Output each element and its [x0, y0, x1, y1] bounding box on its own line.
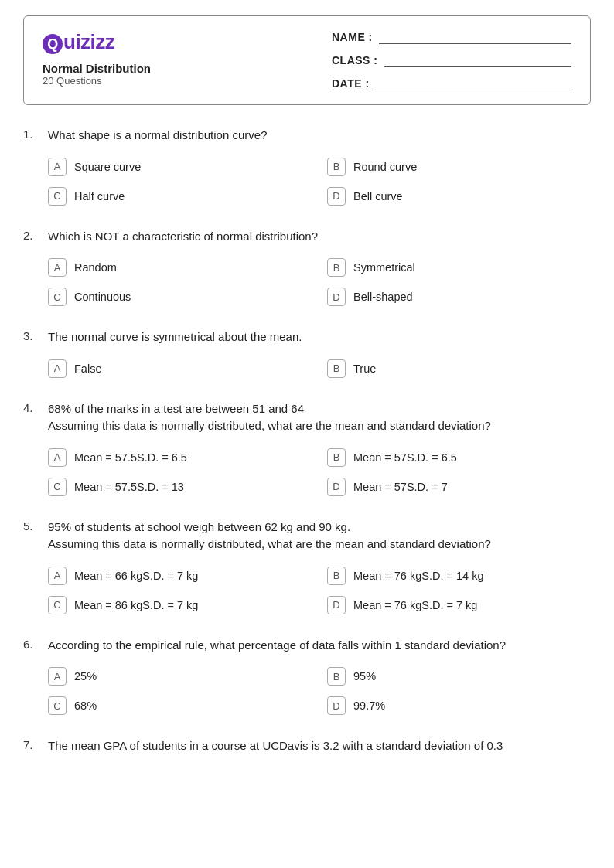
name-field-row: NAME : [332, 30, 571, 44]
question-num-5: 5. [23, 519, 40, 533]
option-letter-6-D: D [327, 696, 346, 715]
option-letter-3-A: A [48, 359, 67, 378]
form-fields: NAME : CLASS : DATE : [332, 30, 571, 90]
question-block-4: 4.68% of the marks in a test are between… [23, 400, 591, 499]
option-text-5-B: Mean = 76 kgS.D. = 14 kg [353, 570, 483, 582]
option-text-1-B: Round curve [353, 161, 417, 173]
option-text-2-A: Random [74, 261, 117, 274]
question-row-4: 4.68% of the marks in a test are between… [23, 400, 591, 435]
option-letter-4-B: B [327, 448, 346, 467]
class-line [384, 53, 572, 67]
option-5-B[interactable]: BMean = 76 kgS.D. = 14 kg [327, 564, 591, 587]
option-text-2-D: Bell-shaped [353, 291, 413, 303]
option-5-D[interactable]: DMean = 76 kgS.D. = 7 kg [327, 594, 591, 617]
option-letter-6-B: B [327, 667, 346, 686]
options-grid-5: AMean = 66 kgS.D. = 7 kgBMean = 76 kgS.D… [48, 564, 591, 617]
option-text-1-C: Half curve [74, 190, 125, 203]
option-text-6-B: 95% [353, 670, 376, 682]
question-num-6: 6. [23, 637, 40, 651]
option-3-B[interactable]: BTrue [327, 357, 591, 380]
option-letter-5-B: B [327, 567, 346, 585]
question-num-2: 2. [23, 228, 40, 242]
question-row-6: 6.According to the empirical rule, what … [23, 637, 591, 655]
question-num-7: 7. [23, 737, 40, 751]
question-text-3: The normal curve is symmetrical about th… [48, 328, 302, 346]
question-row-5: 5.95% of students at school weigh betwee… [23, 519, 591, 553]
option-6-D[interactable]: D99.7% [327, 694, 591, 717]
option-letter-6-A: A [48, 667, 67, 686]
option-1-B[interactable]: BRound curve [327, 155, 591, 179]
option-letter-1-D: D [327, 187, 346, 206]
quiz-questions: 20 Questions [43, 75, 151, 87]
option-letter-2-A: A [48, 258, 67, 277]
date-field-row: DATE : [332, 77, 571, 90]
option-3-A[interactable]: AFalse [48, 357, 312, 380]
option-letter-1-C: C [48, 187, 67, 206]
date-label: DATE : [332, 77, 370, 90]
option-text-5-A: Mean = 66 kgS.D. = 7 kg [74, 570, 198, 582]
question-block-6: 6.According to the empirical rule, what … [23, 637, 591, 718]
option-2-B[interactable]: BSymmetrical [327, 256, 591, 279]
question-block-1: 1.What shape is a normal distribution cu… [23, 127, 591, 208]
option-text-3-B: True [353, 363, 376, 375]
option-4-A[interactable]: AMean = 57.5S.D. = 6.5 [48, 446, 312, 469]
option-letter-6-C: C [48, 696, 67, 715]
option-letter-3-B: B [327, 359, 346, 378]
question-row-3: 3.The normal curve is symmetrical about … [23, 328, 591, 346]
question-text-2: Which is NOT a characteristic of normal … [48, 228, 318, 246]
options-grid-1: ASquare curveBRound curveCHalf curveDBel… [48, 155, 591, 208]
question-text-1: What shape is a normal distribution curv… [48, 127, 267, 145]
question-block-7: 7.The mean GPA of students in a course a… [23, 737, 591, 755]
option-letter-1-A: A [48, 158, 67, 176]
option-5-A[interactable]: AMean = 66 kgS.D. = 7 kg [48, 564, 312, 587]
question-block-3: 3.The normal curve is symmetrical about … [23, 328, 591, 380]
option-text-6-D: 99.7% [353, 700, 385, 712]
option-text-6-A: 25% [74, 670, 97, 682]
option-text-4-B: Mean = 57S.D. = 6.5 [353, 451, 457, 464]
question-num-1: 1. [23, 127, 40, 141]
date-line [377, 77, 571, 90]
option-6-B[interactable]: B95% [327, 665, 591, 688]
options-grid-6: A25%B95%C68%D99.7% [48, 665, 591, 717]
quizizz-logo: Quizizz [43, 30, 151, 54]
option-text-4-C: Mean = 57.5S.D. = 13 [74, 481, 184, 493]
question-row-1: 1.What shape is a normal distribution cu… [23, 127, 591, 145]
option-6-C[interactable]: C68% [48, 694, 312, 717]
question-text-4: 68% of the marks in a test are between 5… [48, 400, 491, 435]
option-1-A[interactable]: ASquare curve [48, 155, 312, 179]
option-1-D[interactable]: DBell curve [327, 185, 591, 208]
question-row-2: 2.Which is NOT a characteristic of norma… [23, 228, 591, 246]
logo-q-icon: Q [43, 34, 63, 54]
option-4-C[interactable]: CMean = 57.5S.D. = 13 [48, 475, 312, 499]
logo-section: Quizizz Normal Distribution 20 Questions [43, 30, 151, 87]
option-text-4-A: Mean = 57.5S.D. = 6.5 [74, 451, 187, 464]
option-1-C[interactable]: CHalf curve [48, 185, 312, 208]
option-text-5-D: Mean = 76 kgS.D. = 7 kg [353, 599, 477, 611]
option-6-A[interactable]: A25% [48, 665, 312, 688]
option-2-D[interactable]: DBell-shaped [327, 285, 591, 308]
option-text-6-C: 68% [74, 700, 97, 712]
class-label: CLASS : [332, 54, 378, 66]
question-text-5: 95% of students at school weigh between … [48, 519, 491, 553]
question-text-6: According to the empirical rule, what pe… [48, 637, 506, 655]
option-letter-2-D: D [327, 288, 346, 306]
option-2-C[interactable]: CContinuous [48, 285, 312, 308]
option-text-2-C: Continuous [74, 291, 131, 303]
header: Quizizz Normal Distribution 20 Questions… [23, 15, 591, 105]
name-line [379, 30, 571, 44]
question-row-7: 7.The mean GPA of students in a course a… [23, 737, 591, 755]
question-num-3: 3. [23, 328, 40, 342]
options-grid-3: AFalseBTrue [48, 357, 591, 380]
options-grid-2: ARandomBSymmetricalCContinuousDBell-shap… [48, 256, 591, 308]
option-4-B[interactable]: BMean = 57S.D. = 6.5 [327, 446, 591, 469]
option-4-D[interactable]: DMean = 57S.D. = 7 [327, 475, 591, 499]
option-letter-1-B: B [327, 158, 346, 176]
option-text-1-A: Square curve [74, 161, 141, 173]
option-letter-2-C: C [48, 288, 67, 306]
option-2-A[interactable]: ARandom [48, 256, 312, 279]
option-letter-4-C: C [48, 478, 67, 496]
option-text-1-D: Bell curve [353, 190, 403, 203]
option-letter-2-B: B [327, 258, 346, 277]
option-5-C[interactable]: CMean = 86 kgS.D. = 7 kg [48, 594, 312, 617]
quiz-title: Normal Distribution [43, 62, 151, 75]
